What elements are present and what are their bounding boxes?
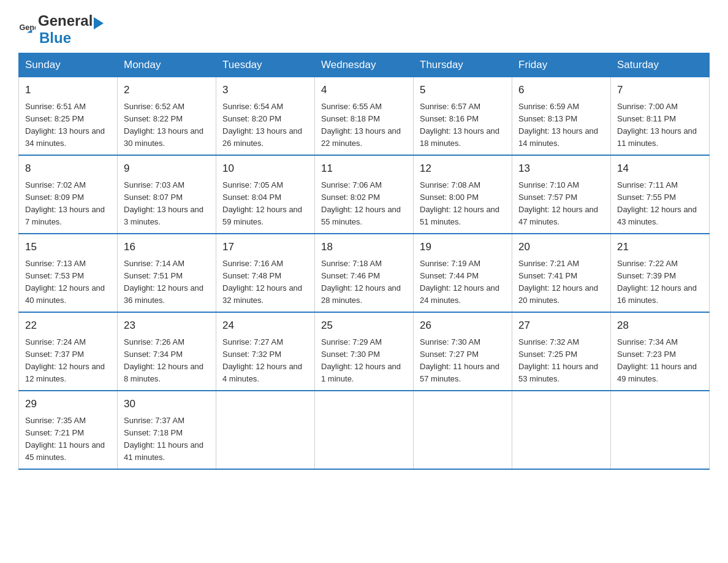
calendar-cell: 9Sunrise: 7:03 AMSunset: 8:07 PMDaylight… — [118, 155, 216, 234]
day-info: Sunrise: 6:51 AMSunset: 8:25 PMDaylight:… — [25, 101, 111, 150]
calendar-cell: 5Sunrise: 6:57 AMSunset: 8:16 PMDaylight… — [414, 77, 512, 155]
day-info: Sunrise: 7:10 AMSunset: 7:57 PMDaylight:… — [518, 179, 604, 229]
day-info: Sunrise: 7:22 AMSunset: 7:39 PMDaylight:… — [617, 258, 703, 307]
day-info: Sunrise: 7:30 AMSunset: 7:27 PMDaylight:… — [420, 336, 506, 386]
logo-arrow — [94, 17, 104, 29]
day-number: 16 — [124, 239, 210, 255]
header-saturday: Saturday — [611, 53, 710, 77]
day-info: Sunrise: 6:54 AMSunset: 8:20 PMDaylight:… — [222, 101, 308, 150]
day-info: Sunrise: 7:02 AMSunset: 8:09 PMDaylight:… — [25, 179, 111, 229]
calendar-cell: 10Sunrise: 7:05 AMSunset: 8:04 PMDayligh… — [216, 155, 315, 234]
header-wednesday: Wednesday — [315, 53, 414, 77]
day-info: Sunrise: 7:00 AMSunset: 8:11 PMDaylight:… — [617, 101, 703, 150]
day-number: 11 — [321, 161, 407, 177]
day-number: 29 — [25, 396, 111, 412]
day-number: 12 — [420, 161, 506, 177]
day-info: Sunrise: 7:16 AMSunset: 7:48 PMDaylight:… — [222, 258, 308, 307]
day-number: 9 — [124, 161, 210, 177]
calendar-week-row: 29Sunrise: 7:35 AMSunset: 7:21 PMDayligh… — [19, 391, 710, 469]
day-number: 19 — [420, 239, 506, 255]
calendar-cell: 21Sunrise: 7:22 AMSunset: 7:39 PMDayligh… — [611, 234, 710, 312]
calendar-cell: 12Sunrise: 7:08 AMSunset: 8:00 PMDayligh… — [414, 155, 512, 234]
logo-text-blue: Blue — [39, 29, 71, 46]
day-info: Sunrise: 7:34 AMSunset: 7:23 PMDaylight:… — [617, 336, 703, 386]
calendar-cell: 27Sunrise: 7:32 AMSunset: 7:25 PMDayligh… — [512, 312, 611, 391]
calendar-cell: 3Sunrise: 6:54 AMSunset: 8:20 PMDaylight… — [216, 77, 315, 155]
day-number: 23 — [124, 318, 210, 334]
calendar-cell: 30Sunrise: 7:37 AMSunset: 7:18 PMDayligh… — [118, 391, 216, 469]
calendar-cell: 16Sunrise: 7:14 AMSunset: 7:51 PMDayligh… — [118, 234, 216, 312]
header-tuesday: Tuesday — [216, 53, 315, 77]
day-number: 5 — [420, 82, 506, 98]
logo-text-general: General — [38, 12, 93, 29]
day-info: Sunrise: 7:06 AMSunset: 8:02 PMDaylight:… — [321, 179, 407, 229]
day-number: 4 — [321, 82, 407, 98]
calendar-cell: 17Sunrise: 7:16 AMSunset: 7:48 PMDayligh… — [216, 234, 315, 312]
day-info: Sunrise: 7:05 AMSunset: 8:04 PMDaylight:… — [222, 179, 308, 229]
day-number: 8 — [25, 161, 111, 177]
day-number: 3 — [222, 82, 308, 98]
calendar-cell: 19Sunrise: 7:19 AMSunset: 7:44 PMDayligh… — [414, 234, 512, 312]
day-number: 15 — [25, 239, 111, 255]
calendar-cell — [611, 391, 710, 469]
day-number: 30 — [124, 396, 210, 412]
day-number: 14 — [617, 161, 703, 177]
calendar-cell — [315, 391, 414, 469]
calendar-cell: 23Sunrise: 7:26 AMSunset: 7:34 PMDayligh… — [118, 312, 216, 391]
day-info: Sunrise: 7:32 AMSunset: 7:25 PMDaylight:… — [518, 336, 604, 386]
calendar-cell: 11Sunrise: 7:06 AMSunset: 8:02 PMDayligh… — [315, 155, 414, 234]
day-number: 24 — [222, 318, 308, 334]
calendar-cell: 28Sunrise: 7:34 AMSunset: 7:23 PMDayligh… — [611, 312, 710, 391]
day-info: Sunrise: 7:08 AMSunset: 8:00 PMDaylight:… — [420, 179, 506, 229]
calendar-cell: 7Sunrise: 7:00 AMSunset: 8:11 PMDaylight… — [611, 77, 710, 155]
day-number: 25 — [321, 318, 407, 334]
calendar-week-row: 8Sunrise: 7:02 AMSunset: 8:09 PMDaylight… — [19, 155, 710, 234]
day-info: Sunrise: 7:14 AMSunset: 7:51 PMDaylight:… — [124, 258, 210, 307]
calendar-table: SundayMondayTuesdayWednesdayThursdayFrid… — [18, 53, 710, 470]
svg-text:General: General — [19, 23, 36, 32]
day-info: Sunrise: 7:29 AMSunset: 7:30 PMDaylight:… — [321, 336, 407, 386]
day-info: Sunrise: 7:18 AMSunset: 7:46 PMDaylight:… — [321, 258, 407, 307]
day-info: Sunrise: 7:19 AMSunset: 7:44 PMDaylight:… — [420, 258, 506, 307]
day-info: Sunrise: 7:24 AMSunset: 7:37 PMDaylight:… — [25, 336, 111, 386]
calendar-cell: 1Sunrise: 6:51 AMSunset: 8:25 PMDaylight… — [19, 77, 118, 155]
header-sunday: Sunday — [19, 53, 118, 77]
day-number: 1 — [25, 82, 111, 98]
day-info: Sunrise: 7:26 AMSunset: 7:34 PMDaylight:… — [124, 336, 210, 386]
header-friday: Friday — [512, 53, 611, 77]
day-info: Sunrise: 7:27 AMSunset: 7:32 PMDaylight:… — [222, 336, 308, 386]
day-info: Sunrise: 7:11 AMSunset: 7:55 PMDaylight:… — [617, 179, 703, 229]
day-info: Sunrise: 7:03 AMSunset: 8:07 PMDaylight:… — [124, 179, 210, 229]
day-number: 17 — [222, 239, 308, 255]
calendar-cell: 29Sunrise: 7:35 AMSunset: 7:21 PMDayligh… — [19, 391, 118, 469]
calendar-cell: 26Sunrise: 7:30 AMSunset: 7:27 PMDayligh… — [414, 312, 512, 391]
calendar-cell: 14Sunrise: 7:11 AMSunset: 7:55 PMDayligh… — [611, 155, 710, 234]
calendar-cell: 25Sunrise: 7:29 AMSunset: 7:30 PMDayligh… — [315, 312, 414, 391]
day-info: Sunrise: 6:57 AMSunset: 8:16 PMDaylight:… — [420, 101, 506, 150]
calendar-cell: 20Sunrise: 7:21 AMSunset: 7:41 PMDayligh… — [512, 234, 611, 312]
day-number: 18 — [321, 239, 407, 255]
calendar-cell: 15Sunrise: 7:13 AMSunset: 7:53 PMDayligh… — [19, 234, 118, 312]
day-info: Sunrise: 6:52 AMSunset: 8:22 PMDaylight:… — [124, 101, 210, 150]
day-info: Sunrise: 7:21 AMSunset: 7:41 PMDaylight:… — [518, 258, 604, 307]
day-number: 27 — [518, 318, 604, 334]
day-info: Sunrise: 7:35 AMSunset: 7:21 PMDaylight:… — [25, 415, 111, 464]
day-number: 22 — [25, 318, 111, 334]
day-info: Sunrise: 7:37 AMSunset: 7:18 PMDaylight:… — [124, 415, 210, 464]
calendar-cell: 8Sunrise: 7:02 AMSunset: 8:09 PMDaylight… — [19, 155, 118, 234]
day-info: Sunrise: 7:13 AMSunset: 7:53 PMDaylight:… — [25, 258, 111, 307]
calendar-cell: 4Sunrise: 6:55 AMSunset: 8:18 PMDaylight… — [315, 77, 414, 155]
day-number: 28 — [617, 318, 703, 334]
day-number: 7 — [617, 82, 703, 98]
calendar-cell: 18Sunrise: 7:18 AMSunset: 7:46 PMDayligh… — [315, 234, 414, 312]
page-header: General General Blue — [18, 12, 710, 47]
calendar-cell: 24Sunrise: 7:27 AMSunset: 7:32 PMDayligh… — [216, 312, 315, 391]
calendar-cell: 22Sunrise: 7:24 AMSunset: 7:37 PMDayligh… — [19, 312, 118, 391]
calendar-week-row: 15Sunrise: 7:13 AMSunset: 7:53 PMDayligh… — [19, 234, 710, 312]
calendar-week-row: 1Sunrise: 6:51 AMSunset: 8:25 PMDaylight… — [19, 77, 710, 155]
calendar-cell: 2Sunrise: 6:52 AMSunset: 8:22 PMDaylight… — [118, 77, 216, 155]
calendar-cell — [414, 391, 512, 469]
calendar-cell — [512, 391, 611, 469]
calendar-week-row: 22Sunrise: 7:24 AMSunset: 7:37 PMDayligh… — [19, 312, 710, 391]
logo: General General Blue — [18, 12, 105, 47]
